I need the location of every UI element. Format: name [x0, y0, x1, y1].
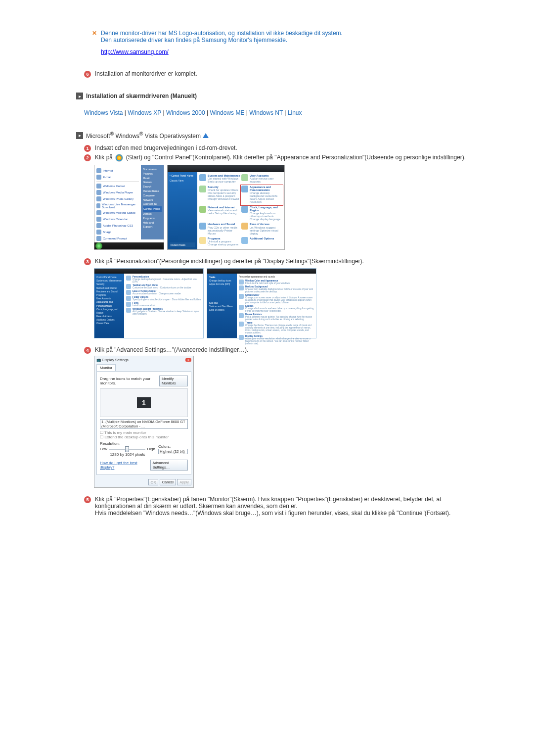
note-line2: Den autoriserede driver kan findes på Sa… — [101, 37, 470, 44]
screenshot-personalization-screens: Control Panel Home System and Maintenanc… — [94, 268, 470, 338]
vista-step5: Klik på "Properties"(Egenskaber) på fane… — [95, 496, 470, 517]
note-line1: Denne monitor-driver har MS Logo-autoris… — [101, 30, 470, 37]
link-windows-me[interactable]: Windows ME — [210, 109, 244, 116]
vista-step3: Klik på "Personalization"(Personlige ind… — [95, 258, 470, 265]
close-icon: × — [185, 358, 191, 362]
number-5-icon: 5 — [84, 496, 91, 503]
link-linux[interactable]: Linux — [288, 109, 302, 116]
arrow-right-icon: ▸ — [76, 93, 83, 99]
screenshot-start-menu: Internet E-mail Welcome Center Windows M… — [94, 165, 164, 250]
number-4-icon: 4 — [84, 347, 91, 354]
vista-step4: Klik på "Advanced Settings…"(Avancerede … — [95, 346, 470, 353]
number-2-icon: 2 — [84, 154, 91, 161]
apply-button: Apply — [177, 479, 191, 485]
link-windows-xp[interactable]: Windows XP — [128, 109, 161, 116]
link-windows-nt[interactable]: Windows NT — [249, 109, 283, 116]
ok-button: OK — [148, 479, 159, 485]
screenshot-start-and-controlpanel: Internet E-mail Welcome Center Windows M… — [94, 165, 470, 250]
screenshot-appearance-personalization: Control Panel Home System and Maintenanc… — [94, 268, 204, 338]
vista-title: Microsoft® Windows® Vista Operativsystem — [86, 131, 201, 140]
note-x-icon: ✕ — [92, 30, 97, 55]
identify-monitors-button: Identify Monitors — [159, 376, 188, 386]
vista-step1: Indsæt cd'en med brugervejledningen i cd… — [95, 144, 470, 151]
up-triangle-icon — [203, 133, 209, 138]
number-6-icon: 6 — [84, 71, 91, 78]
screenshot-personalization: Tasks Change desktop icons Adjust font s… — [207, 268, 316, 338]
advanced-settings-button: Advanced Settings… — [150, 460, 188, 471]
cancel-button: Cancel — [160, 479, 176, 485]
screenshot-display-settings-dialog: 📺 Display Settings × Monitor Drag the ic… — [94, 356, 194, 488]
samsung-url-link[interactable]: http://www.samsung.com/ — [101, 48, 169, 55]
link-windows-vista[interactable]: Windows Vista — [84, 109, 123, 116]
link-windows-2000[interactable]: Windows 2000 — [166, 109, 205, 116]
number-1-icon: 1 — [84, 145, 91, 152]
manual-install-title: Installation af skærmdriveren (Manuelt) — [86, 93, 197, 99]
help-display-link: How do I get the best display? — [100, 461, 150, 470]
vista-step2: Klik på (Start) og "Control Panel"(Kontr… — [95, 154, 470, 162]
monitor-tab: Monitor — [96, 364, 116, 371]
step6-text: Installation af monitordriver er komplet… — [95, 70, 470, 77]
arrow-right-icon: ▸ — [76, 132, 83, 139]
windows-start-orb-icon — [115, 154, 123, 162]
screenshot-control-panel: • Control Panel Home Classic View Recent… — [167, 165, 285, 250]
number-3-icon: 3 — [84, 258, 91, 265]
